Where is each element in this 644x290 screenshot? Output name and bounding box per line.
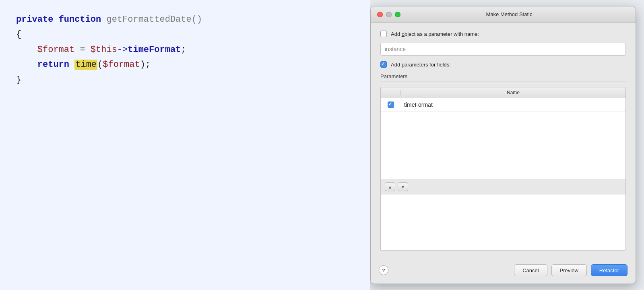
parameters-section: Parameters xyxy=(380,73,626,81)
move-down-button[interactable]: ▼ xyxy=(398,182,408,191)
dialog-body: Add object as a parameter with name: Add… xyxy=(371,23,636,259)
minimize-button[interactable] xyxy=(386,12,392,17)
refactor-button[interactable]: Refactor xyxy=(591,264,627,276)
preview-button[interactable]: Preview xyxy=(551,264,587,276)
maximize-button[interactable] xyxy=(395,12,400,17)
var-format-arg: $format xyxy=(103,60,140,70)
table-body: timeFormat xyxy=(381,98,625,179)
row-name-cell: timeFormat xyxy=(401,102,625,108)
var-format: $format xyxy=(37,45,74,55)
arrow-op: -> xyxy=(117,45,128,55)
timeformat-checkbox[interactable] xyxy=(388,102,394,108)
dialog-titlebar: Make Method Static xyxy=(371,6,636,23)
move-up-button[interactable]: ▲ xyxy=(385,182,395,191)
row-checkbox-cell xyxy=(381,102,401,108)
code-editor: private function getFormattedDate() { $f… xyxy=(0,0,370,290)
add-fields-checkbox[interactable] xyxy=(380,61,387,68)
table-header-name: Name xyxy=(401,90,625,95)
cancel-button[interactable]: Cancel xyxy=(514,264,547,276)
add-object-row: Add object as a parameter with name: xyxy=(380,31,626,37)
add-fields-row: Add parameters for fields: xyxy=(380,61,626,68)
help-button[interactable]: ? xyxy=(379,265,388,275)
parameters-table: Name timeFormat ▲ ▼ xyxy=(380,87,626,251)
table-row: timeFormat xyxy=(381,98,625,112)
prop-timeformat: timeFormat xyxy=(128,45,181,55)
instance-input[interactable] xyxy=(380,43,626,56)
table-header: Name xyxy=(381,87,625,98)
parameters-label: Parameters xyxy=(380,73,626,81)
var-this: $this xyxy=(91,45,117,55)
fn-time-highlight: time xyxy=(74,60,97,70)
table-header-col1 xyxy=(381,90,401,95)
brace-open: { xyxy=(16,29,21,39)
dialog-footer: ? Cancel Preview Refactor xyxy=(371,259,636,284)
close-button[interactable] xyxy=(377,12,383,17)
keyword-function: function xyxy=(59,14,101,25)
add-fields-label: Add parameters for fields: xyxy=(391,62,451,68)
keyword-private: private xyxy=(16,14,53,25)
dialog-title: Make Method Static xyxy=(404,11,615,17)
arrow-buttons-row: ▲ ▼ xyxy=(381,179,625,195)
timeformat-name: timeFormat xyxy=(404,102,433,108)
function-name: getFormattedDate() xyxy=(106,14,202,25)
make-method-static-dialog: Make Method Static Add object as a param… xyxy=(370,6,636,284)
add-object-label: Add object as a parameter with name: xyxy=(391,31,479,37)
keyword-return: return xyxy=(37,60,69,70)
add-object-checkbox[interactable] xyxy=(380,31,387,37)
brace-close: } xyxy=(16,75,21,85)
